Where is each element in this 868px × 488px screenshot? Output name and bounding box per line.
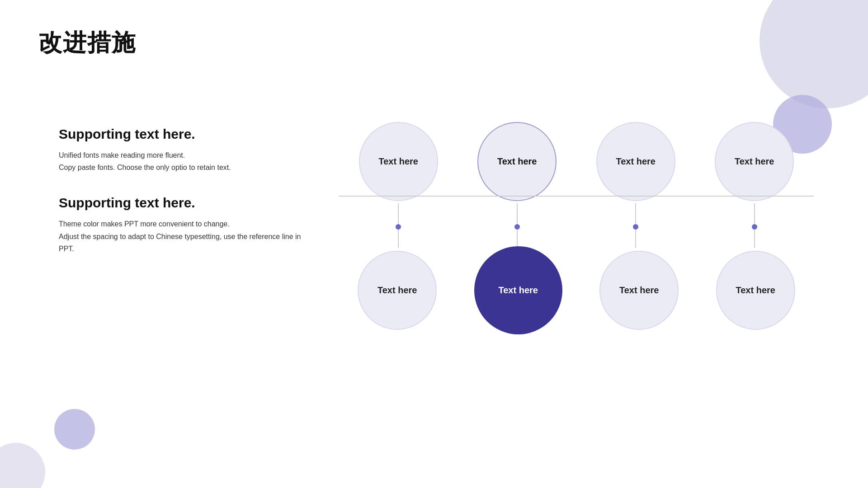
bot-bubble-1: Text here bbox=[358, 251, 437, 330]
bot-bubble-2: Text here bbox=[474, 246, 562, 334]
section2-heading: Supporting text here. bbox=[59, 195, 312, 211]
v-conn-bot-1 bbox=[398, 230, 399, 248]
v-conn-bot-3 bbox=[635, 230, 636, 248]
left-content: Supporting text here. Unified fonts make… bbox=[59, 127, 312, 277]
v-conn-4 bbox=[754, 203, 755, 226]
deco-circle-top-right bbox=[760, 0, 868, 108]
bot-bubble-3: Text here bbox=[599, 251, 679, 330]
section2-line2: Adjust the spacing to adapt to Chinese t… bbox=[59, 233, 301, 253]
center-h-line bbox=[339, 196, 814, 197]
top-bubble-1: Text here bbox=[359, 122, 438, 201]
deco-circle-bottom-left-large bbox=[0, 443, 45, 488]
diagram-area: Text here Text here Text here Text here bbox=[339, 122, 814, 325]
top-circle-2: Text here bbox=[477, 122, 557, 201]
section2-line1: Theme color makes PPT more convenient to… bbox=[59, 220, 230, 228]
dot-1 bbox=[396, 224, 401, 230]
top-circle-4: Text here bbox=[715, 122, 794, 201]
bot-bubble-4: Text here bbox=[716, 251, 795, 330]
v-conn-3 bbox=[635, 203, 636, 226]
section1-heading: Supporting text here. bbox=[59, 127, 312, 142]
bot-circle-2: Text here bbox=[474, 246, 562, 334]
section1-line2: Copy paste fonts. Choose the only optio … bbox=[59, 164, 231, 171]
v-conn-2 bbox=[517, 203, 518, 226]
deco-circle-bottom-left-small bbox=[54, 409, 95, 450]
v-conn-bot-4 bbox=[754, 230, 755, 248]
bot-circle-1: Text here bbox=[358, 251, 437, 330]
top-circle-3: Text here bbox=[596, 122, 675, 201]
top-bubble-2: Text here bbox=[477, 122, 557, 201]
section1-body: Unified fonts make reading more fluent. … bbox=[59, 149, 312, 174]
top-circle-1: Text here bbox=[359, 122, 438, 201]
section1-line1: Unified fonts make reading more fluent. bbox=[59, 151, 185, 159]
page-title: 改进措施 bbox=[38, 27, 136, 59]
v-conn-bot-2 bbox=[517, 230, 518, 248]
bot-circle-3: Text here bbox=[599, 251, 679, 330]
bot-circle-4: Text here bbox=[716, 251, 795, 330]
v-conn-1 bbox=[398, 203, 399, 226]
dot-2 bbox=[514, 224, 520, 230]
top-bubble-4: Text here bbox=[715, 122, 794, 201]
section2-body: Theme color makes PPT more convenient to… bbox=[59, 218, 312, 255]
dot-4 bbox=[752, 224, 757, 230]
dot-3 bbox=[633, 224, 638, 230]
top-bubble-3: Text here bbox=[596, 122, 675, 201]
